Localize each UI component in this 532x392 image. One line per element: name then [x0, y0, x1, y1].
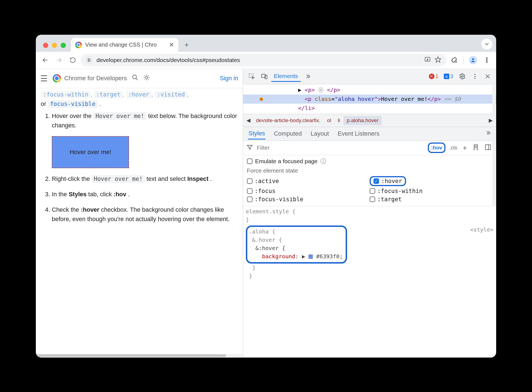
- tab-computed[interactable]: Computed: [273, 128, 302, 139]
- help-icon[interactable]: ⓘ: [320, 157, 326, 165]
- hover-demo-box[interactable]: Hover over me!: [52, 136, 129, 168]
- emulate-focused-row[interactable]: Emulate a focused page ⓘ: [247, 157, 493, 165]
- step-3: In the Styles tab, click :hov .: [52, 190, 238, 199]
- ellipsis-icon: ⋯: [318, 87, 324, 93]
- aloha-rule-block[interactable]: <style> .aloha { &.hover { &:hover { bac…: [246, 225, 494, 280]
- text: tab, click: [88, 191, 114, 198]
- inspect-tool-icon[interactable]: [246, 71, 257, 82]
- color-swatch-icon[interactable]: [308, 254, 313, 259]
- elements-tab[interactable]: Elements: [271, 71, 301, 82]
- tab-styles[interactable]: Styles: [248, 128, 266, 139]
- more-tabs-icon[interactable]: [302, 71, 313, 82]
- svg-marker-35: [247, 145, 252, 149]
- dom-scrollbar[interactable]: [492, 85, 496, 115]
- error-count: 1: [436, 74, 438, 79]
- hamburger-icon[interactable]: ☰: [40, 74, 48, 83]
- more-subtabs-icon[interactable]: [485, 130, 491, 138]
- horizontal-scrollbar[interactable]: [36, 354, 243, 357]
- tab-event-listeners[interactable]: Event Listeners: [337, 128, 380, 139]
- dom-tree[interactable]: ▶ <p> ⋯ </p> <p class="aloha hover">Hove…: [243, 84, 496, 114]
- dom-node[interactable]: ▶ <p> ⋯ </p>: [243, 85, 496, 95]
- forward-button[interactable]: [53, 54, 65, 66]
- checkbox-icon[interactable]: [247, 178, 252, 184]
- svg-point-30: [474, 74, 475, 75]
- text-bold: :hov: [114, 191, 126, 198]
- minimize-window-button[interactable]: [52, 43, 57, 48]
- profile-button[interactable]: [467, 54, 479, 66]
- devtools-menu-icon[interactable]: [469, 71, 481, 82]
- breadcrumb-seg[interactable]: ol: [324, 116, 335, 125]
- svg-line-24: [145, 79, 145, 80]
- step-4: Check the :hover checkbox. The backgroun…: [52, 205, 238, 224]
- brand-text: Chrome for Developers: [64, 75, 127, 82]
- checkbox-icon[interactable]: [370, 188, 375, 194]
- site-settings-icon[interactable]: [85, 57, 93, 64]
- breadcrumb-seg[interactable]: devsite-article-body.clearfix.: [253, 116, 324, 125]
- maximize-window-button[interactable]: [61, 43, 66, 48]
- text: .: [128, 191, 130, 198]
- bookmark-icon[interactable]: [435, 56, 441, 64]
- checkbox-icon[interactable]: [247, 197, 252, 202]
- svg-point-7: [88, 61, 89, 62]
- element-style-rule[interactable]: element.style { }: [246, 207, 494, 224]
- css-property[interactable]: background: [262, 253, 295, 260]
- hov-toggle-button[interactable]: :hov: [428, 143, 445, 153]
- checkbox-icon[interactable]: [370, 197, 375, 202]
- divider: [463, 56, 464, 64]
- breadcrumb-left-icon[interactable]: ◀: [244, 117, 253, 123]
- search-icon[interactable]: [132, 74, 138, 82]
- state-focus-within[interactable]: :focus-within: [370, 188, 492, 194]
- back-button[interactable]: [39, 54, 51, 66]
- signin-link[interactable]: Sign in: [220, 75, 238, 82]
- state-focus-visible[interactable]: :focus-visible: [247, 196, 370, 203]
- dom-node-selected[interactable]: <p class="aloha hover">Hover over me!</p…: [243, 95, 496, 104]
- close-window-button[interactable]: [43, 43, 48, 48]
- reload-button[interactable]: [67, 54, 79, 66]
- theme-toggle-icon[interactable]: [143, 74, 150, 82]
- state-hover[interactable]: ✓:hover: [370, 176, 492, 186]
- browser-tab[interactable]: View and change CSS | Chro ✕: [71, 38, 178, 52]
- site-brand[interactable]: Chrome for Developers: [53, 74, 127, 82]
- dom-eq: =: [331, 96, 335, 102]
- install-app-icon[interactable]: [424, 56, 431, 64]
- breadcrumb-seg-current[interactable]: p.aloha.hover: [343, 116, 382, 125]
- state-focus[interactable]: :focus: [247, 188, 370, 194]
- cls-toggle-button[interactable]: .cls: [448, 144, 459, 152]
- omnibox[interactable]: developer.chrome.com/docs/devtools/css#p…: [80, 54, 446, 66]
- settings-icon[interactable]: [456, 71, 468, 82]
- rule-source[interactable]: <style>: [470, 225, 493, 234]
- extensions-button[interactable]: [448, 54, 460, 66]
- messages-badge[interactable]: ≡3: [442, 73, 455, 80]
- computed-panel-icon[interactable]: [483, 143, 493, 153]
- new-rule-icon[interactable]: +: [461, 143, 469, 153]
- errors-badge[interactable]: ✕1: [427, 73, 440, 80]
- style-rules[interactable]: element.style { } <style> .aloha { &.hov…: [243, 206, 496, 358]
- dom-dollar0: == $0: [441, 96, 461, 102]
- state-target[interactable]: :target: [370, 196, 492, 203]
- state-active[interactable]: :active: [247, 176, 370, 186]
- breadcrumb-seg[interactable]: li: [334, 116, 343, 125]
- text: Right-click the: [52, 175, 92, 182]
- filter-input[interactable]: [255, 144, 426, 151]
- device-toolbar-icon[interactable]: [259, 71, 270, 82]
- chrome-menu-button[interactable]: [481, 54, 493, 66]
- close-devtools-icon[interactable]: [482, 71, 493, 82]
- dom-node[interactable]: </li>: [243, 104, 496, 113]
- svg-line-23: [148, 79, 149, 80]
- close-tab-icon[interactable]: ✕: [169, 41, 174, 49]
- hover-demo-label: Hover over me!: [70, 147, 111, 157]
- tab-layout[interactable]: Layout: [310, 128, 329, 139]
- message-icon: ≡: [444, 74, 449, 79]
- tab-title: View and change CSS | Chro: [85, 42, 157, 48]
- flexbox-editor-icon[interactable]: [471, 143, 481, 153]
- checkbox-icon[interactable]: [247, 159, 252, 164]
- checkbox-icon[interactable]: [247, 188, 252, 194]
- breadcrumb-right-icon[interactable]: ▶: [487, 117, 495, 123]
- tab-search-button[interactable]: [481, 39, 492, 50]
- rule-selector: element.style {: [246, 208, 296, 215]
- new-tab-button[interactable]: +: [181, 39, 192, 50]
- checkbox-icon-checked[interactable]: ✓: [374, 178, 379, 184]
- css-value[interactable]: #6393f0: [316, 253, 339, 260]
- dom-tag: </li>: [298, 105, 315, 111]
- text: Check the: [52, 206, 81, 213]
